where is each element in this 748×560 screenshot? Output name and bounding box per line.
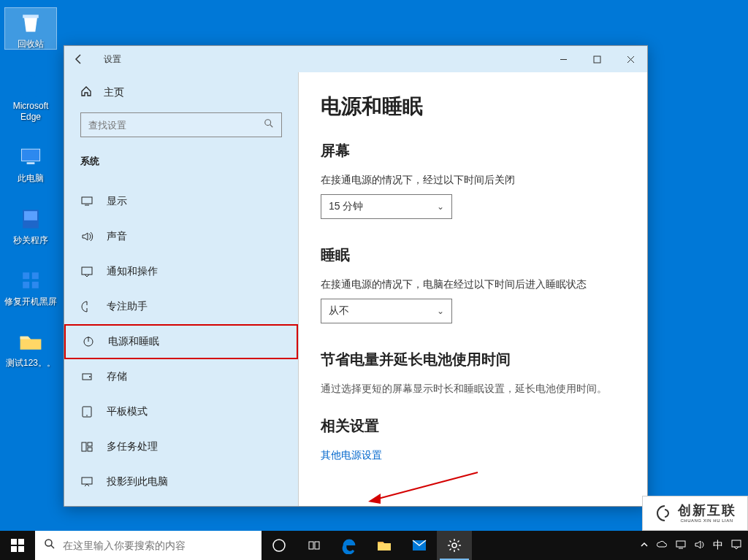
svg-rect-3 — [24, 211, 37, 220]
svg-point-22 — [86, 415, 88, 416]
nav-item-multitasking[interactable]: 多任务处理 — [64, 429, 298, 464]
desktop-icon-repair-blackscreen[interactable]: 修复开机黑屏 — [4, 266, 57, 307]
svg-rect-7 — [32, 282, 39, 288]
folder-icon — [15, 327, 47, 356]
taskbar-explorer[interactable] — [367, 531, 402, 560]
chevron-down-icon: ⌄ — [437, 202, 444, 212]
svg-rect-40 — [676, 541, 685, 547]
taskbar-search-input[interactable] — [63, 540, 253, 551]
sleep-timeout-select[interactable]: 从不 ⌄ — [321, 299, 452, 323]
taskbar-edge[interactable] — [332, 531, 367, 560]
desktop-icon-label: 修复开机黑屏 — [4, 296, 57, 307]
maximize-button[interactable] — [580, 46, 614, 72]
svg-rect-24 — [88, 442, 92, 446]
cortana-button[interactable] — [262, 531, 297, 560]
desktop-icon-label: 秒关程序 — [13, 235, 48, 245]
home-nav[interactable]: 主页 — [80, 85, 282, 99]
edge-icon — [15, 70, 47, 99]
nav-item-projecting[interactable]: 投影到此电脑 — [64, 464, 298, 499]
close-button[interactable] — [614, 46, 647, 72]
nav-item-label: 显示 — [107, 195, 127, 208]
nav-item-label: 平板模式 — [107, 405, 148, 418]
desktop-icon-shutdown-tool[interactable]: 秒关程序 — [4, 204, 57, 245]
taskbar-settings[interactable] — [437, 531, 472, 560]
search-icon — [44, 538, 56, 553]
svg-point-12 — [265, 120, 271, 126]
desktop-icon-label: 回收站 — [18, 39, 44, 49]
nav-item-label: 投影到此电脑 — [107, 475, 168, 488]
notification-icon — [80, 265, 94, 278]
nav-item-focus-assist[interactable]: 专注助手 — [64, 289, 298, 324]
svg-rect-14 — [82, 197, 92, 204]
search-icon — [264, 118, 274, 131]
home-icon — [80, 85, 92, 99]
other-power-settings-link[interactable]: 其他电源设置 — [321, 449, 625, 462]
desktop-icon-label: 此电脑 — [18, 173, 44, 183]
svg-point-39 — [452, 543, 457, 548]
settings-search-input[interactable] — [88, 120, 264, 131]
battery-tip: 通过选择更短的屏幕显示时长和睡眠设置，延长电池使用时间。 — [321, 383, 625, 396]
nav-item-notifications[interactable]: 通知和操作 — [64, 254, 298, 289]
screen-heading: 屏幕 — [321, 141, 625, 161]
settings-window: 设置 主页 系统 显示 声音 通知和操作 专注助手 电源和睡眠 — [64, 45, 648, 507]
window-title: 设置 — [104, 53, 121, 66]
nav-list: 显示 声音 通知和操作 专注助手 电源和睡眠 存储 平板模式 多任务处理 投影到… — [64, 184, 298, 499]
sleep-heading: 睡眠 — [321, 245, 625, 265]
svg-rect-37 — [315, 542, 319, 549]
nav-item-power-sleep[interactable]: 电源和睡眠 — [64, 324, 298, 359]
nav-item-display[interactable]: 显示 — [64, 184, 298, 219]
svg-point-20 — [89, 376, 91, 377]
desktop-icon-recycle-bin[interactable]: 回收站 — [4, 7, 57, 50]
titlebar[interactable]: 设置 — [64, 46, 647, 72]
power-icon — [82, 335, 95, 348]
app-icon — [15, 266, 47, 295]
nav-item-label: 通知和操作 — [107, 265, 158, 278]
screen-timeout-select[interactable]: 15 分钟 ⌄ — [321, 194, 452, 219]
page-title: 电源和睡眠 — [321, 93, 625, 120]
desktop-icon-test-folder[interactable]: 测试123。。 — [4, 327, 57, 368]
nav-item-label: 多任务处理 — [107, 440, 158, 453]
taskbar-search[interactable] — [35, 531, 262, 560]
this-pc-icon — [15, 142, 47, 172]
nav-item-label: 声音 — [107, 230, 127, 243]
sleep-timeout-value: 从不 — [329, 304, 349, 318]
tray-action-center-icon[interactable] — [730, 539, 742, 553]
nav-item-sound[interactable]: 声音 — [64, 219, 298, 254]
storage-icon — [80, 370, 94, 383]
taskbar-mail[interactable] — [402, 531, 437, 560]
watermark-brand: 创新互联 — [678, 503, 736, 519]
back-button[interactable] — [70, 50, 88, 68]
start-button[interactable] — [0, 531, 35, 560]
related-heading: 相关设置 — [321, 416, 625, 436]
tray-onedrive-icon[interactable] — [656, 539, 668, 553]
tablet-icon — [80, 405, 94, 418]
screen-timeout-value: 15 分钟 — [329, 200, 363, 213]
svg-rect-32 — [18, 546, 24, 552]
project-icon — [80, 475, 94, 488]
annotation-arrow — [365, 469, 481, 506]
tray-network-icon[interactable] — [675, 539, 687, 553]
desktop-icon-this-pc[interactable]: 此电脑 — [4, 142, 57, 183]
nav-item-storage[interactable]: 存储 — [64, 359, 298, 394]
minimize-button[interactable] — [546, 46, 580, 72]
svg-rect-4 — [23, 272, 29, 279]
svg-rect-26 — [82, 477, 92, 484]
multitasking-icon — [80, 440, 94, 453]
tray-volume-icon[interactable] — [694, 539, 706, 553]
tray-chevron-up-icon[interactable] — [640, 540, 649, 551]
nav-item-label: 电源和睡眠 — [108, 335, 159, 348]
svg-rect-5 — [32, 272, 39, 279]
svg-marker-28 — [368, 494, 381, 504]
taskview-button[interactable] — [297, 531, 332, 560]
watermark-logo: 创新互联 CHUANG XIN HU LIAN — [642, 496, 748, 531]
watermark-sub: CHUANG XIN HU LIAN — [680, 518, 733, 523]
desktop-icon-edge[interactable]: Microsoft Edge — [4, 70, 57, 122]
display-icon — [80, 195, 94, 208]
system-tray: 中 — [640, 539, 748, 553]
svg-rect-36 — [309, 542, 313, 549]
tray-ime[interactable]: 中 — [713, 539, 723, 552]
sleep-desc: 在接通电源的情况下，电脑在经过以下时间后进入睡眠状态 — [321, 278, 625, 291]
svg-rect-23 — [82, 442, 86, 451]
nav-item-tablet-mode[interactable]: 平板模式 — [64, 394, 298, 429]
settings-search[interactable] — [80, 112, 282, 137]
